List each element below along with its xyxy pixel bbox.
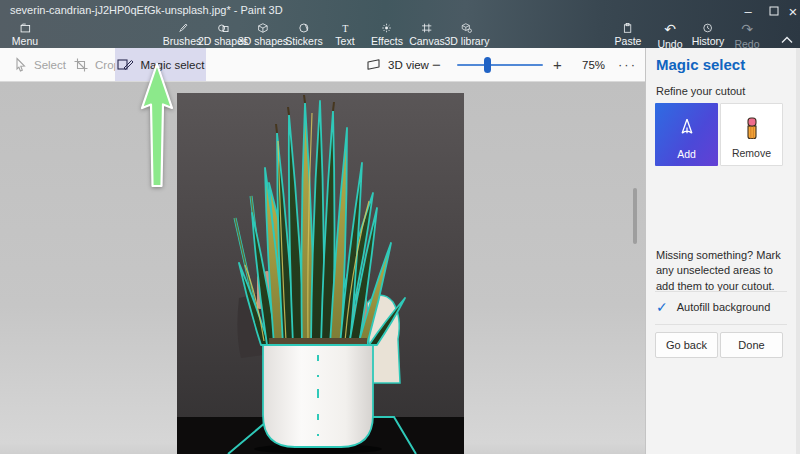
ribbon-item-stickers[interactable]: Stickers — [285, 23, 322, 47]
paste-button[interactable]: Paste — [615, 23, 642, 47]
maximize-icon — [769, 6, 779, 16]
callout-arrow — [140, 60, 176, 190]
remove-eraser-icon — [740, 115, 764, 141]
paint3d-window: severin-candrian-jJ2HP0qEfGk-unsplash.jp… — [0, 0, 800, 454]
panel-scrollbar[interactable] — [796, 48, 800, 454]
remove-button[interactable]: Remove — [720, 103, 783, 166]
3d-view-button[interactable]: 3D view — [366, 48, 429, 81]
titlebar-ribbon: severin-candrian-jJ2HP0qEfGk-unsplash.jp… — [0, 0, 800, 48]
arrow-up-icon — [140, 60, 176, 190]
panel-title: Magic select — [656, 56, 745, 73]
chevron-up-icon — [780, 35, 794, 44]
zoom-out-button[interactable]: − — [432, 48, 441, 81]
zoom-slider-thumb[interactable] — [484, 57, 491, 73]
zoom-level[interactable]: 75% — [582, 48, 605, 81]
close-icon: × — [789, 3, 798, 20]
add-button[interactable]: Add — [655, 103, 718, 166]
minimize-icon: – — [744, 4, 751, 19]
checkmark-icon: ✓ — [656, 300, 668, 314]
menu-icon — [16, 23, 33, 33]
ribbon-item-3d-library[interactable]: 3D library — [445, 23, 490, 47]
stickers-icon — [297, 23, 312, 33]
effects-icon — [380, 23, 395, 33]
done-button[interactable]: Done — [720, 332, 783, 358]
3d-view-icon — [366, 58, 381, 71]
maximize-button[interactable] — [761, 0, 787, 22]
undo-icon: ↶ — [664, 23, 676, 36]
go-back-button[interactable]: Go back — [655, 332, 718, 358]
select-button[interactable]: Select — [14, 48, 66, 81]
divider — [655, 291, 787, 292]
autofill-label: Autofill background — [677, 301, 771, 313]
2d-shapes-icon — [214, 23, 231, 33]
svg-text:T: T — [342, 23, 348, 33]
minimize-button[interactable]: – — [735, 0, 761, 22]
history-button[interactable]: History — [692, 23, 725, 47]
divider — [655, 324, 787, 325]
magic-select-panel: Magic select Refine your cutout Add Remo… — [645, 48, 800, 454]
workspace-scrollbar-thumb[interactable] — [633, 188, 637, 244]
autofill-checkbox[interactable]: ✓ Autofill background — [656, 300, 770, 314]
plus-icon: + — [553, 56, 562, 73]
ribbon-item-canvas[interactable]: Canvas — [409, 23, 445, 47]
3d-library-icon — [459, 23, 475, 33]
brush-icon — [174, 23, 191, 33]
magic-select-icon — [117, 58, 134, 71]
missing-hint-text: Missing something? Mark any unselected a… — [656, 248, 788, 294]
ribbon-item-text[interactable]: T Text — [335, 23, 354, 47]
ribbon-item-effects[interactable]: Effects — [371, 23, 403, 47]
window-title: severin-candrian-jJ2HP0qEfGk-unsplash.jp… — [10, 4, 283, 16]
collapse-ribbon-button[interactable] — [780, 30, 794, 48]
canvas-icon — [419, 23, 434, 33]
menu-button[interactable]: Menu — [12, 23, 38, 47]
more-options-button[interactable]: ··· — [618, 48, 637, 81]
text-icon: T — [338, 23, 352, 33]
crop-icon — [74, 58, 88, 72]
redo-button[interactable]: ↷ Redo — [734, 23, 759, 47]
add-pen-icon — [674, 116, 700, 142]
canvas-workspace — [0, 82, 645, 454]
3d-shapes-icon — [255, 23, 271, 33]
refine-cutout-label: Refine your cutout — [656, 85, 745, 97]
ellipsis-icon: ··· — [618, 57, 637, 72]
paste-icon — [621, 23, 635, 33]
select-cursor-icon — [14, 57, 27, 72]
ribbon-item-3d-shapes[interactable]: 3D shapes — [238, 23, 288, 47]
undo-button[interactable]: ↶ Undo — [657, 23, 682, 47]
edit-toolbar: Select Crop Magic select 3D view − — [0, 48, 645, 82]
crop-button[interactable]: Crop — [74, 48, 120, 81]
zoom-in-button[interactable]: + — [553, 48, 562, 81]
minus-icon: − — [432, 56, 441, 73]
plant-photo — [177, 93, 464, 454]
photo-canvas[interactable] — [177, 93, 464, 454]
close-button[interactable]: × — [786, 0, 800, 22]
ribbon-item-brushes[interactable]: Brushes — [163, 23, 202, 47]
history-icon — [701, 23, 715, 33]
zoom-slider-track[interactable] — [457, 64, 543, 66]
redo-icon: ↷ — [741, 23, 753, 36]
